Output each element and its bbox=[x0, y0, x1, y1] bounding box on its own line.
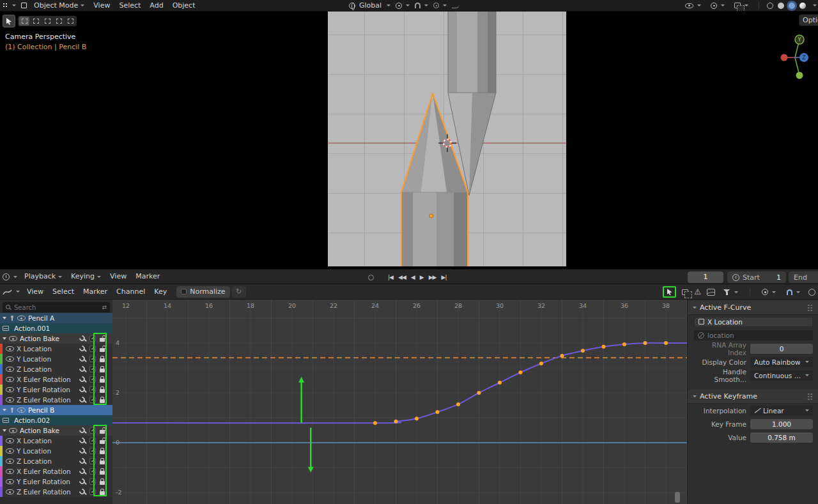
lock-icon[interactable] bbox=[100, 379, 105, 383]
eye-icon[interactable] bbox=[6, 367, 14, 372]
channel-search-box[interactable]: ⇄ bbox=[3, 302, 110, 312]
select-mode-invert[interactable] bbox=[54, 17, 64, 26]
modifier-wrench-icon[interactable] bbox=[79, 386, 86, 393]
orientation-dropdown[interactable]: Global bbox=[346, 0, 393, 11]
lock-icon[interactable] bbox=[100, 358, 105, 362]
graph-editor-type-button[interactable] bbox=[0, 286, 22, 298]
channel-row[interactable]: X Location bbox=[0, 344, 112, 354]
camera-view[interactable] bbox=[328, 11, 566, 266]
pin-icon[interactable] bbox=[9, 315, 15, 321]
menu-select[interactable]: Select bbox=[114, 0, 145, 11]
filter-invert-icon[interactable]: ⇄ bbox=[102, 304, 107, 310]
menu-view[interactable]: View bbox=[89, 0, 114, 11]
lock-icon[interactable] bbox=[100, 461, 105, 464]
frame-start-field[interactable]: Start 1 bbox=[727, 271, 786, 283]
modifier-wrench-icon[interactable] bbox=[79, 478, 86, 485]
channel-row[interactable]: X Euler Rotation bbox=[0, 466, 112, 477]
expand-icon[interactable] bbox=[3, 429, 6, 432]
normalize-checkbox[interactable] bbox=[181, 289, 187, 294]
editor-type-button[interactable] bbox=[0, 0, 19, 11]
lock-icon[interactable] bbox=[100, 369, 105, 372]
enable-checkbox[interactable] bbox=[89, 356, 96, 362]
falloff-button[interactable] bbox=[449, 0, 462, 11]
channel-row-action[interactable]: Action.001 bbox=[0, 323, 112, 333]
normalize-toggle[interactable]: Normalize bbox=[176, 286, 229, 298]
pin-icon[interactable] bbox=[9, 407, 15, 413]
drag-handle-icon[interactable] bbox=[807, 304, 813, 311]
jump-to-start-button[interactable]: |◀ bbox=[388, 274, 393, 280]
lock-icon[interactable] bbox=[100, 440, 105, 444]
enable-checkbox[interactable] bbox=[89, 478, 96, 485]
channel-row-object-selected[interactable]: Pencil B bbox=[0, 405, 112, 415]
channel-row[interactable]: Y Euler Rotation bbox=[0, 477, 112, 487]
menu-keying[interactable]: Keying bbox=[66, 271, 105, 282]
enable-checkbox[interactable] bbox=[89, 386, 96, 393]
eye-icon[interactable] bbox=[17, 316, 26, 321]
frame-end-field[interactable]: End bbox=[789, 271, 818, 283]
shading-wireframe-button[interactable] bbox=[767, 3, 773, 9]
pivot-point-dropdown[interactable] bbox=[759, 286, 778, 298]
options-panel-tab[interactable]: Optio bbox=[799, 14, 818, 26]
expand-icon[interactable] bbox=[3, 337, 6, 340]
menu-view[interactable]: View bbox=[22, 286, 48, 298]
channel-row[interactable]: Y Location bbox=[0, 446, 112, 456]
interpolation-dropdown[interactable]: Linear bbox=[750, 406, 813, 416]
enable-checkbox[interactable] bbox=[89, 489, 96, 495]
mode-dropdown[interactable]: Object Mode bbox=[29, 0, 89, 11]
menu-marker[interactable]: Marker bbox=[79, 286, 112, 298]
eye-icon[interactable] bbox=[17, 408, 26, 413]
channel-row[interactable]: X Location bbox=[0, 436, 112, 446]
object-visibility-dropdown[interactable] bbox=[683, 0, 704, 11]
play-reverse-button[interactable]: ◀ bbox=[411, 274, 415, 280]
menu-add[interactable]: Add bbox=[145, 0, 167, 11]
expand-icon[interactable] bbox=[3, 409, 6, 411]
modifier-wrench-icon[interactable] bbox=[79, 366, 86, 372]
axis-x-neg-ball[interactable] bbox=[781, 54, 788, 61]
mode-icon-button[interactable] bbox=[19, 0, 29, 11]
key-frame-field[interactable]: 1.000 bbox=[750, 419, 813, 429]
menu-channel[interactable]: Channel bbox=[112, 286, 150, 298]
eye-icon[interactable] bbox=[9, 336, 17, 341]
enable-checkbox[interactable] bbox=[89, 397, 96, 403]
shading-rendered-button[interactable] bbox=[799, 3, 806, 9]
modifier-wrench-icon[interactable] bbox=[79, 397, 86, 403]
lock-icon[interactable] bbox=[100, 430, 105, 434]
modifier-wrench-icon[interactable] bbox=[79, 427, 86, 434]
modifier-wrench-icon[interactable] bbox=[79, 448, 86, 454]
drag-handle-icon[interactable] bbox=[807, 393, 813, 400]
menu-marker[interactable]: Marker bbox=[131, 271, 164, 282]
channel-row[interactable]: X Euler Rotation bbox=[0, 374, 112, 385]
enable-checkbox[interactable] bbox=[89, 335, 96, 342]
eye-icon[interactable] bbox=[6, 489, 14, 494]
channel-row-group[interactable]: Action Bake bbox=[0, 425, 112, 436]
display-color-dropdown[interactable]: Auto Rainbow bbox=[750, 357, 813, 367]
search-input[interactable] bbox=[14, 304, 99, 311]
proportional-editing-dropdown[interactable] bbox=[431, 0, 449, 11]
menu-object[interactable]: Object bbox=[168, 0, 200, 11]
handle-smoothing-dropdown[interactable]: Continuous Accelera... bbox=[750, 370, 813, 381]
channel-row[interactable]: Y Euler Rotation bbox=[0, 385, 112, 395]
eye-icon[interactable] bbox=[6, 377, 14, 382]
eye-icon[interactable] bbox=[6, 356, 14, 362]
eye-icon[interactable] bbox=[6, 459, 14, 464]
eye-icon[interactable] bbox=[6, 469, 14, 474]
modifier-wrench-icon[interactable] bbox=[79, 346, 86, 352]
modifier-wrench-icon[interactable] bbox=[79, 468, 86, 475]
show-hidden-icon[interactable] bbox=[682, 289, 688, 295]
enable-checkbox[interactable] bbox=[89, 366, 96, 372]
modifier-wrench-icon[interactable] bbox=[79, 335, 86, 342]
lock-icon[interactable] bbox=[100, 338, 105, 342]
next-keyframe-button[interactable]: ▶▶ bbox=[429, 274, 436, 280]
channel-row-object[interactable]: Pencil A bbox=[0, 313, 112, 323]
prev-keyframe-button[interactable]: ◀◀ bbox=[398, 274, 406, 280]
3d-viewport[interactable]: Camera Perspective (1) Collection | Penc… bbox=[0, 11, 818, 269]
eye-icon[interactable] bbox=[9, 428, 17, 433]
select-mode-intersect[interactable] bbox=[65, 17, 75, 26]
enable-checkbox[interactable] bbox=[89, 448, 96, 454]
modifier-wrench-icon[interactable] bbox=[79, 458, 86, 464]
overlays-dropdown[interactable] bbox=[732, 0, 751, 11]
modifier-wrench-icon[interactable] bbox=[79, 438, 86, 444]
lock-icon[interactable] bbox=[100, 471, 105, 475]
lock-icon[interactable] bbox=[100, 399, 105, 403]
jump-to-end-button[interactable]: ▶| bbox=[442, 274, 447, 280]
